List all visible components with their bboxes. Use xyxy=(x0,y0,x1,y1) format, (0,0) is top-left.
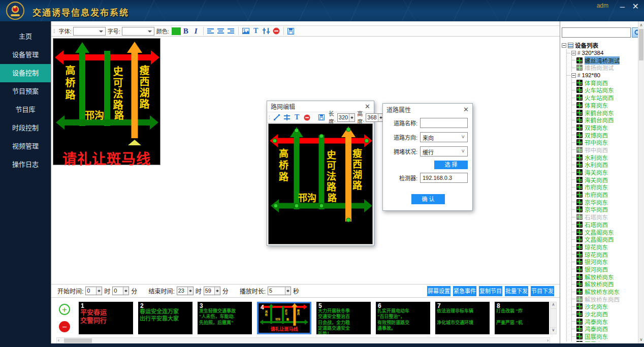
device-item[interactable]: 海关岗西 xyxy=(572,176,637,183)
delete-icon[interactable] xyxy=(303,113,312,122)
tree-group-320*384[interactable]: #320*384 xyxy=(567,49,637,57)
road-properties-close-icon[interactable]: ✕ xyxy=(463,106,469,113)
remove-program-button[interactable]: − xyxy=(59,321,70,332)
road-editor-canvas[interactable]: 高桥路 史可法路 瘦西湖路 邗沟 路 xyxy=(268,123,373,244)
device-item[interactable]: 京华岗西 xyxy=(572,206,637,213)
device-item[interactable]: 石塔岗东 xyxy=(572,213,637,221)
confirm-button[interactable]: 确 认 xyxy=(411,194,445,204)
device-tree-scrollbar[interactable]: ∧ ∨ xyxy=(638,21,644,343)
height-spinner[interactable]: 368 xyxy=(366,113,383,122)
spin-down[interactable] xyxy=(215,291,220,295)
sidebar-item-5[interactable]: 节目库 xyxy=(0,101,51,119)
spin-down[interactable] xyxy=(285,291,291,295)
close-icon[interactable]: ✕ xyxy=(632,2,639,11)
action-button-4[interactable]: 批量下发 xyxy=(505,286,528,296)
thumbnail-vertical-scrollbar[interactable]: ∧ ∨ xyxy=(550,302,557,334)
device-item[interactable]: 解放桥东岗东 xyxy=(572,288,637,296)
align-right-icon[interactable] xyxy=(227,26,236,36)
sidebar-item-4[interactable]: 节目预案 xyxy=(0,82,51,101)
device-item[interactable]: 维扬岗测试 xyxy=(572,64,637,72)
save-icon[interactable] xyxy=(317,113,326,122)
device-item[interactable]: 火车站岗西 xyxy=(572,94,637,102)
road-name-input[interactable] xyxy=(420,118,468,128)
spin-down[interactable] xyxy=(188,291,193,295)
scrollbar-thumb[interactable] xyxy=(64,338,92,343)
spin-down[interactable] xyxy=(123,291,128,295)
device-item[interactable]: 沙北岗西 xyxy=(572,310,637,318)
duration-spinner[interactable]: 5 xyxy=(268,287,291,295)
italic-button[interactable]: I xyxy=(191,26,201,36)
device-item[interactable]: 体育岗东 xyxy=(572,102,637,109)
sidebar-item-2[interactable]: 设备管理 xyxy=(0,46,51,64)
device-item[interactable]: 文昌阁岗西 xyxy=(572,236,637,243)
select-detector-button[interactable]: 选 择 xyxy=(434,161,468,169)
action-button-1[interactable]: 屏幕设置 xyxy=(427,286,450,296)
bold-button[interactable]: B xyxy=(181,26,190,36)
draw-line-icon[interactable] xyxy=(272,113,281,122)
device-item[interactable]: 文昌阁岗东 xyxy=(572,228,637,236)
device-item[interactable]: 琼花岗东 xyxy=(572,243,637,251)
device-item[interactable]: 水利岗东 xyxy=(572,153,637,161)
device-item[interactable]: 石塔岗西 xyxy=(572,221,637,229)
device-item[interactable]: 银河岗西 xyxy=(572,266,637,273)
device-item[interactable]: 国展岗西 xyxy=(572,340,637,342)
collapse-icon[interactable] xyxy=(571,73,576,78)
collapse-icon[interactable] xyxy=(562,43,566,48)
program-thumbnail-5[interactable]: 5大力开展秋冬季交通安全整治百日会战，全力稳定道路交通安全形势！ xyxy=(316,302,371,334)
device-item[interactable]: 邗中岗西 xyxy=(572,146,637,154)
insert-image-icon[interactable] xyxy=(241,26,250,36)
device-item[interactable]: 解放桥东岗西 xyxy=(572,295,637,303)
device-item[interactable]: 火车站岗东 xyxy=(572,86,637,94)
road-editor-close-icon[interactable]: ✕ xyxy=(365,103,370,110)
scroll-up-icon[interactable]: ∧ xyxy=(638,22,644,28)
device-item[interactable]: 双博岗东 xyxy=(572,124,637,132)
action-button-3[interactable]: 复制节目 xyxy=(479,286,502,296)
program-thumbnail-7[interactable]: 7依法治理非标车辆 净化城市交通环境 xyxy=(435,302,490,334)
device-item[interactable]: 鸿泰岗东 xyxy=(572,318,637,325)
sidebar-item-1[interactable]: 主页 xyxy=(0,27,51,46)
scroll-down-icon[interactable]: ∨ xyxy=(638,336,644,343)
add-program-button[interactable]: + xyxy=(59,304,70,315)
device-item[interactable]: 来鹤台岗东 xyxy=(572,109,637,116)
device-item[interactable]: 银河岗东 xyxy=(572,258,637,266)
device-item[interactable]: 解放桥岗东 xyxy=(572,273,637,280)
device-item[interactable]: 鸿泰岗西 xyxy=(572,325,637,333)
collapse-icon[interactable] xyxy=(571,51,576,55)
align-center-icon[interactable] xyxy=(216,26,226,36)
device-item[interactable]: 体育岗西 xyxy=(572,79,637,86)
program-thumbnail-4[interactable]: 4 高桥 史可 瘦西 邗沟路 请礼让斑马线 xyxy=(257,302,311,334)
scroll-left-icon[interactable]: ‹ xyxy=(58,338,59,343)
length-spinner[interactable]: 320 xyxy=(337,113,355,122)
delete-icon[interactable] xyxy=(272,26,281,36)
spin-down[interactable] xyxy=(349,117,355,121)
program-thumbnail-6[interactable]: 6扎实开展电动车“百日整治”，有效预防道路交通事故。 xyxy=(376,302,430,334)
spin-down[interactable] xyxy=(96,291,102,295)
program-thumbnail-1[interactable]: 1平安春运交警同行 xyxy=(79,302,133,334)
device-item[interactable]: 沙北岗东 xyxy=(572,303,637,310)
color-swatch[interactable] xyxy=(172,27,181,35)
sidebar-item-6[interactable]: 时段控制 xyxy=(0,119,51,137)
end-hour-spinner[interactable]: 23 xyxy=(177,287,194,295)
device-item[interactable]: 螺丝湾桥测试 xyxy=(572,56,637,64)
device-item[interactable]: 国展岗东 xyxy=(572,333,637,340)
tree-root-row[interactable]: 设备列表 xyxy=(562,42,637,49)
device-item[interactable]: 海关岗东 xyxy=(572,169,637,176)
road-direction-select[interactable]: 来向 xyxy=(420,132,468,142)
start-hour-spinner[interactable]: 0 xyxy=(85,287,102,295)
sidebar-item-7[interactable]: 视频管理 xyxy=(0,137,51,155)
device-item[interactable]: 市府岗西 xyxy=(572,191,637,199)
scroll-right-icon[interactable]: › xyxy=(547,338,549,343)
text-tool-icon[interactable]: T xyxy=(251,26,261,36)
program-thumbnail-8[interactable]: 8打击改装 “炸 严查严惩 “机 xyxy=(495,302,549,334)
device-item[interactable]: 水利岗西 xyxy=(572,161,637,169)
minimize-icon[interactable]: ─ xyxy=(620,3,625,11)
device-item[interactable]: 市府岗东 xyxy=(572,183,637,191)
sidebar-item-8[interactable]: 操作日志 xyxy=(0,155,51,174)
device-item[interactable]: 来鹤台岗西 xyxy=(572,116,637,124)
tree-group-192*80[interactable]: #192*80 xyxy=(567,72,637,79)
device-item[interactable]: 解放桥岗西 xyxy=(572,280,637,288)
font-size-select[interactable] xyxy=(122,27,154,36)
road-network-icon[interactable] xyxy=(262,26,271,36)
device-item[interactable]: 琼花岗西 xyxy=(572,250,637,258)
action-button-2[interactable]: 紧急事件 xyxy=(453,286,476,296)
